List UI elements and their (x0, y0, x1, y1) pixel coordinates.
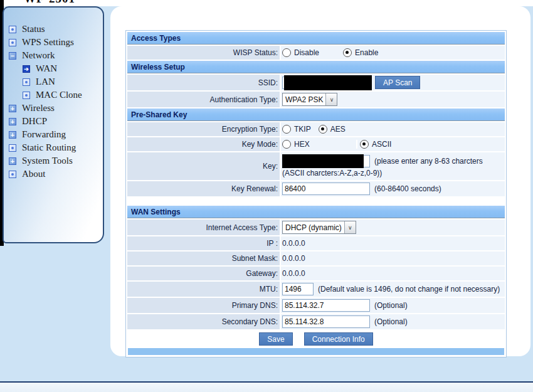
radio-label: Disable (294, 48, 319, 57)
field-label: Key Mode: (127, 137, 280, 151)
primary-dns-note: (Optional) (374, 301, 408, 310)
save-button[interactable]: Save (259, 332, 292, 346)
field-label: Subnet Mask: (127, 252, 280, 265)
sidebar-item-wps-settings[interactable]: WPS Settings (4, 36, 103, 49)
section-header-wan-settings: WAN Settings (127, 206, 505, 218)
key-renewal-row: Key Renewal: (60-86400 seconds) (127, 181, 505, 196)
sidebar-item-label: Static Routing (22, 142, 76, 153)
ssid-row: SSID: AP Scan (127, 75, 505, 90)
top-strip: WF-2501 (0, 0, 533, 6)
field-label: Key: (127, 152, 280, 180)
wisp-enable-radio[interactable] (343, 48, 352, 57)
bullet-icon (9, 39, 16, 46)
sidebar-item-static-routing[interactable]: Static Routing (4, 141, 103, 154)
content-panel: Access Types WISP Status: Disable Enable… (110, 6, 530, 356)
sidebar-item-label: WAN (36, 63, 57, 74)
keymode-ascii-radio[interactable] (360, 140, 369, 149)
sidebar-menu: Status WPS Settings − Network ➔ WAN LAN … (4, 23, 103, 181)
form-footer-bar (128, 348, 504, 355)
bullet-icon (9, 144, 16, 152)
radio-label: ASCII (372, 140, 391, 149)
selected-option: DHCP (dynamic) (283, 221, 344, 233)
sidebar-item-wireless[interactable]: + Wireless (4, 102, 103, 115)
connection-info-button[interactable]: Connection Info (304, 332, 373, 346)
internet-access-type-select[interactable]: DHCP (dynamic) ∨ (282, 221, 356, 234)
redaction-box (284, 75, 372, 90)
field-label: Encryption Type: (127, 122, 280, 136)
ap-scan-button[interactable]: AP Scan (375, 76, 420, 89)
expand-icon[interactable]: + (9, 118, 16, 125)
device-title: WF-2501 (24, 0, 75, 6)
keymode-hex-radio[interactable] (282, 140, 291, 149)
sidebar: Status WPS Settings − Network ➔ WAN LAN … (3, 6, 104, 243)
sidebar-item-label: System Tools (22, 156, 73, 166)
gateway-value: 0.0.0.0 (282, 269, 305, 278)
field-label: Secondary DNS: (127, 314, 280, 329)
field-label: Primary DNS: (127, 298, 280, 313)
key-mode-row: Key Mode: HEX ASCII (127, 137, 505, 151)
sidebar-item-label: Forwarding (22, 129, 66, 140)
sidebar-item-status[interactable]: Status (4, 23, 103, 36)
ip-value: 0.0.0.0 (282, 239, 305, 248)
settings-form: Access Types WISP Status: Disable Enable… (125, 30, 507, 358)
collapse-icon[interactable]: − (9, 52, 16, 60)
sidebar-item-forwarding[interactable]: + Forwarding (4, 128, 103, 141)
sidebar-item-label: WPS Settings (22, 37, 74, 48)
key-renewal-input[interactable] (282, 183, 370, 195)
field-label: Authentication Type: (127, 92, 280, 107)
section-header-wireless-setup: Wireless Setup (127, 61, 505, 73)
key-note-line1: (please enter any 8-63 charcters (374, 157, 483, 166)
sidebar-item-label: Network (22, 50, 55, 61)
arrow-icon: ➔ (23, 65, 30, 73)
subnet-mask-value: 0.0.0.0 (282, 254, 305, 263)
sidebar-item-label: Wireless (22, 103, 55, 114)
bullet-icon (9, 171, 16, 178)
encryption-tkip-radio[interactable] (282, 125, 291, 134)
sidebar-item-label: MAC Clone (36, 90, 82, 100)
chevron-down-icon: ∨ (344, 221, 356, 233)
authentication-type-select[interactable]: WPA2 PSK ∨ (282, 93, 337, 106)
encryption-type-row: Encryption Type: TKIP AES (127, 122, 505, 136)
sidebar-item-network[interactable]: − Network (4, 49, 103, 62)
internet-access-type-row: Internet Access Type: DHCP (dynamic) ∨ (127, 220, 505, 235)
sidebar-item-label: About (22, 169, 46, 179)
bottom-strip (0, 383, 533, 392)
mtu-input[interactable] (282, 283, 314, 295)
ip-row: IP : 0.0.0.0 (127, 236, 505, 250)
sidebar-item-mac-clone[interactable]: MAC Clone (4, 88, 103, 102)
section-header-access-types: Access Types (127, 32, 505, 45)
redaction-box (282, 154, 364, 168)
selected-option: WPA2 PSK (283, 93, 325, 105)
primary-dns-input[interactable] (282, 299, 370, 312)
sidebar-item-system-tools[interactable]: + System Tools (4, 154, 103, 167)
key-note-line2: (ASCII charcters:A-Z,a-z,0-9)) (282, 169, 483, 177)
sidebar-item-lan[interactable]: LAN (4, 75, 103, 88)
mtu-note: (Default value is 1496, do not change if… (318, 285, 500, 294)
key-renewal-note: (60-86400 seconds) (374, 184, 441, 193)
secondary-dns-input[interactable] (282, 315, 370, 328)
field-label: Gateway: (127, 267, 280, 280)
field-label: MTU: (127, 282, 280, 297)
sidebar-item-about[interactable]: About (4, 167, 103, 181)
expand-icon[interactable]: + (9, 131, 16, 139)
expand-icon[interactable]: + (9, 105, 16, 112)
sidebar-item-wan[interactable]: ➔ WAN (4, 62, 103, 75)
sidebar-item-label: LAN (36, 77, 55, 87)
subnet-mask-row: Subnet Mask: 0.0.0.0 (127, 252, 505, 265)
sidebar-item-dhcp[interactable]: + DHCP (4, 115, 103, 128)
bullet-icon (9, 26, 16, 33)
field-label: Key Renewal: (127, 181, 280, 196)
radio-label: AES (330, 125, 346, 134)
mtu-row: MTU: (Default value is 1496, do not chan… (127, 282, 505, 297)
radio-label: HEX (294, 140, 310, 149)
field-label: Internet Access Type: (127, 220, 280, 235)
chevron-down-icon: ∨ (325, 93, 337, 105)
field-label: IP : (127, 236, 280, 250)
expand-icon[interactable]: + (9, 157, 16, 165)
radio-label: TKIP (294, 125, 311, 134)
field-label: SSID: (127, 75, 280, 90)
encryption-aes-radio[interactable] (319, 125, 327, 134)
wisp-status-row: WISP Status: Disable Enable (127, 46, 505, 60)
key-row: Key: (please enter any 8-63 charcters (A… (127, 152, 505, 180)
wisp-disable-radio[interactable] (282, 48, 291, 57)
